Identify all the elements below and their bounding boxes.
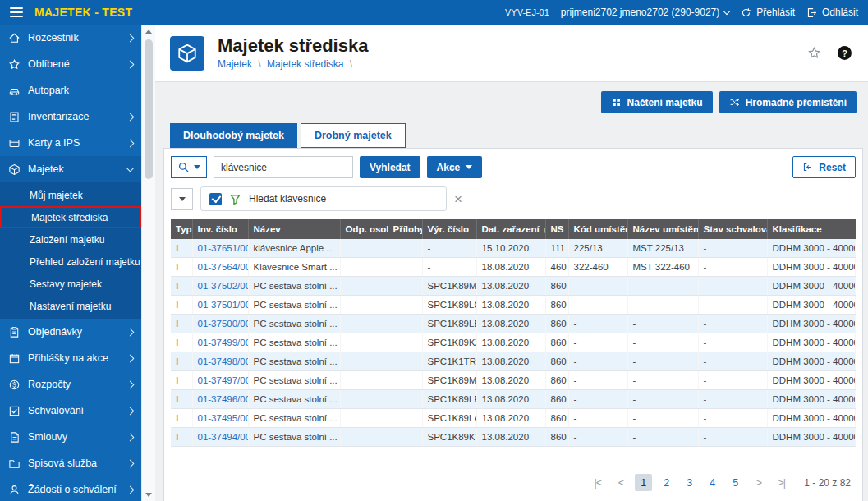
first-page-button[interactable]: |< — [589, 474, 606, 491]
column-header-klasifikace[interactable]: Klasifikace — [767, 219, 856, 239]
page-button-1[interactable]: 1 — [635, 474, 652, 491]
tab-dlouhodoby-majetek[interactable]: Dlouhodobý majetek — [170, 123, 297, 148]
actions-dropdown-button[interactable]: Akce — [427, 156, 483, 178]
scrollbar-track[interactable] — [142, 38, 155, 488]
load-assets-button[interactable]: Načtení majetku — [601, 91, 713, 113]
chevron-right-icon — [126, 485, 135, 494]
chevron-down-icon — [194, 165, 200, 169]
actions-label: Akce — [437, 162, 461, 173]
breadcrumb-link-majetek[interactable]: Majetek — [218, 58, 252, 70]
logout-button[interactable]: Odhlásit — [806, 7, 858, 18]
inventory-number-link[interactable]: 01-37498/00 — [198, 356, 249, 366]
table-row[interactable]: I01-37651/00klávesnice Apple ...-15.10.2… — [171, 239, 856, 258]
chevron-right-icon — [126, 433, 135, 441]
table-row[interactable]: I01-37494/00PC sestava stolní ...SPC1K89… — [171, 428, 856, 447]
bulk-move-button[interactable]: Hromadné přemístění — [719, 91, 857, 113]
column-header-kod-umisteni[interactable]: Kód umístění — [568, 219, 627, 239]
page-button-5[interactable]: 5 — [727, 474, 744, 491]
scrollbar-thumb[interactable] — [145, 39, 153, 179]
table-row[interactable]: I01-37500/00PC sestava stolní ...SPC1K89… — [171, 315, 856, 333]
filter-expand-button[interactable] — [171, 188, 193, 210]
sidebar-item-karty-a-ips[interactable]: Karty a IPS — [0, 130, 141, 156]
breadcrumb-link-majetek-strediska[interactable]: Majetek střediska — [267, 58, 343, 70]
column-header-dat-zarazeni[interactable]: Dat. zařazení↓≡ — [476, 219, 545, 239]
search-submit-button[interactable]: Vyhledat — [360, 156, 420, 178]
column-header-inv-cislo[interactable]: Inv. číslo — [192, 219, 248, 239]
sidebar-subitem-muj-majetek[interactable]: Můj majetek — [0, 184, 141, 206]
table-row[interactable]: I01-37497/00PC sestava stolní ...SPC1K89… — [171, 371, 856, 390]
page-button-3[interactable]: 3 — [681, 474, 698, 491]
sidebar-item-zadosti-o-schvaleni[interactable]: Žádosti o schválení — [0, 476, 141, 501]
table-row[interactable]: I01-37499/00PC sestava stolní ...SPC1K89… — [171, 333, 856, 352]
column-header-ns[interactable]: NS — [545, 219, 568, 239]
table-row[interactable]: I01-37496/00PC sestava stolní ...SPC1K89… — [171, 390, 856, 409]
search-scope-dropdown[interactable] — [171, 156, 207, 178]
table-row[interactable]: I01-37564/00Klávesnice Smart ...-18.08.2… — [171, 258, 856, 277]
table-row[interactable]: I01-37501/00PC sestava stolní ...SPC1K89… — [171, 296, 856, 315]
table-row[interactable]: I01-37495/00PC sestava stolní ...SPC1K89… — [171, 409, 856, 428]
inventory-number-link[interactable]: 01-37564/00 — [198, 262, 249, 272]
inventory-number-link[interactable]: 01-37495/00 — [198, 413, 249, 423]
sidebar-subitem-sestavy-majetek[interactable]: Sestavy majetek — [0, 273, 141, 295]
sidebar-item-majetek[interactable]: Majetek — [0, 156, 141, 182]
cell-nazev: PC sestava stolní ... — [248, 315, 340, 333]
inventory-number-link[interactable]: 01-37501/00 — [198, 300, 249, 310]
sidebar-item-autopark[interactable]: Autopark — [0, 77, 141, 103]
sidebar-item-objednavky[interactable]: Objednávky — [0, 319, 141, 345]
page-button-4[interactable]: 4 — [704, 474, 721, 491]
sidebar-subitem-prehled-zalozeni-majetku[interactable]: Přehled založení majetku — [0, 250, 141, 273]
cell-vyr-cislo: SPC1K89M3 — [422, 277, 476, 296]
pagination-info: 1 - 20 z 82 — [804, 477, 851, 489]
table-row[interactable]: I01-37502/00PC sestava stolní ...SPC1K89… — [171, 277, 856, 296]
cell-vyr-cislo: SPC1K89LP — [422, 390, 476, 409]
sidebar-item-oblibene[interactable]: Oblíbené — [0, 51, 141, 77]
column-header-odp-osoba[interactable]: Odp. osoba — [340, 219, 388, 239]
inventory-number-link[interactable]: 01-37651/00 — [198, 243, 249, 253]
sidebar-subitem-majetek-strediska[interactable]: Majetek střediska — [0, 206, 141, 228]
sidebar-item-rozcestnik[interactable]: Rozcestník — [0, 25, 141, 51]
column-header-nazev-umisteni[interactable]: Název umístění — [627, 219, 698, 239]
sidebar-item-smlouvy[interactable]: Smlouvy — [0, 424, 141, 450]
chevron-down-icon — [466, 165, 472, 169]
column-header-stav-schvalovani[interactable]: Stav schvalování — [698, 219, 767, 239]
sidebar-item-rozpocty[interactable]: Rozpočty — [0, 371, 141, 398]
sidebar-subitem-zalozeni-majetku[interactable]: Založení majetku — [0, 228, 141, 250]
column-header-nazev[interactable]: Název — [248, 219, 340, 239]
sidebar-item-inventarizace[interactable]: Inventarizace — [0, 103, 141, 130]
scroll-down-icon[interactable] — [142, 488, 155, 501]
inventory-number-link[interactable]: 01-37496/00 — [198, 394, 249, 404]
favorite-star-icon[interactable] — [807, 46, 821, 60]
previous-page-button[interactable]: < — [612, 474, 629, 491]
inventory-number-link[interactable]: 01-37494/00 — [198, 432, 249, 442]
user-menu[interactable]: prijmeni2702 jmeno2702 (290-9027) — [561, 7, 729, 18]
help-icon[interactable]: ? — [838, 46, 852, 60]
column-header-prilohy[interactable]: Přílohy — [388, 219, 422, 239]
last-page-button[interactable]: >| — [773, 474, 790, 491]
sidebar-item-prihlasky-na-akce[interactable]: Přihlášky na akce — [0, 345, 141, 371]
cell-vyr-cislo: SPC1K89LA — [422, 409, 476, 428]
inventory-number-link[interactable]: 01-37497/00 — [198, 375, 249, 385]
next-page-button[interactable]: > — [750, 474, 767, 491]
inventory-number-link[interactable]: 01-37500/00 — [198, 319, 249, 329]
tab-drobny-majetek[interactable]: Drobný majetek — [301, 123, 406, 148]
sidebar-item-spisova-sluzba[interactable]: Spisová služba — [0, 450, 141, 476]
sidebar-scrollbar[interactable] — [141, 25, 155, 501]
table-row[interactable]: I01-37498/00PC sestava stolní ...SPC1K1T… — [171, 352, 856, 371]
relogin-button[interactable]: Přehlásit — [741, 7, 795, 18]
sidebar-item-schvalovani[interactable]: Schvalování — [0, 398, 141, 424]
page-button-2[interactable]: 2 — [658, 474, 675, 491]
cell-odp-osoba — [340, 371, 388, 390]
column-header-typ[interactable]: Typ — [171, 219, 192, 239]
scroll-up-icon[interactable] — [142, 25, 155, 38]
sidebar-subitem-nastaveni-majetku[interactable]: Nastavení majetku — [0, 295, 141, 317]
inventory-number-link[interactable]: 01-37499/00 — [198, 338, 249, 347]
cell-nazev: PC sestava stolní ... — [248, 277, 340, 296]
inventory-number-link[interactable]: 01-37502/00 — [198, 281, 249, 291]
column-header-vyr-cislo[interactable]: Výr. číslo — [422, 219, 476, 239]
reset-button[interactable]: Reset — [792, 156, 856, 178]
search-input[interactable] — [214, 156, 353, 178]
active-filter-chip[interactable]: Hledat klávesnice — [200, 186, 447, 211]
filter-remove-icon[interactable]: × — [454, 192, 462, 206]
filter-checkbox[interactable] — [209, 193, 222, 205]
hamburger-menu-icon[interactable] — [10, 7, 23, 17]
